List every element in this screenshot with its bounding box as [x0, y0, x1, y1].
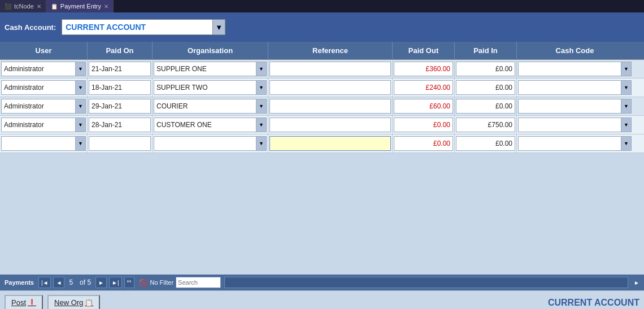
cell-reference-1[interactable] [268, 60, 393, 78]
cell-paid-out-new[interactable]: £0.00 [393, 134, 455, 153]
user-dropdown-1[interactable]: ▼ [75, 62, 85, 76]
cell-cash-code-3[interactable]: ▼ [517, 97, 633, 115]
paid-in-value-1: £0.00 [495, 65, 512, 73]
cell-paid-in-1[interactable]: £0.00 [455, 60, 517, 78]
header-organisation: Organisation [153, 42, 268, 59]
cell-reference-2[interactable] [268, 79, 393, 97]
cash-account-select[interactable]: CURRENT ACCOUNT ▼ [62, 19, 225, 35]
org-value-1: SUPPLIER ONE [154, 65, 256, 73]
paid-out-value-4: £0.00 [433, 121, 450, 129]
cell-user-4[interactable]: Administrator ▼ [0, 116, 88, 134]
user-dropdown-3[interactable]: ▼ [75, 99, 85, 113]
user-value-2: Administrator [2, 84, 75, 92]
cash-account-label: Cash Account: [5, 23, 56, 32]
user-dropdown-4[interactable]: ▼ [75, 118, 85, 132]
cash-account-bar: Cash Account: CURRENT ACCOUNT ▼ [0, 12, 644, 42]
cell-user-new[interactable]: ▼ [0, 134, 88, 153]
cell-reference-4[interactable] [268, 116, 393, 134]
cell-paid-on-1[interactable]: 21-Jan-21 [88, 60, 153, 78]
cell-paid-in-4[interactable]: £750.00 [455, 116, 517, 134]
cell-cash-code-2[interactable]: ▼ [517, 79, 633, 97]
cell-paid-in-3[interactable]: £0.00 [455, 97, 517, 115]
nav-extra-btn[interactable]: ** [124, 277, 134, 288]
table-row: Administrator ▼ 29-Jan-21 COURIER ▼ £60.… [0, 97, 644, 116]
cell-org-1[interactable]: SUPPLIER ONE ▼ [153, 60, 268, 78]
cell-org-4[interactable]: CUSTOMER ONE ▼ [153, 116, 268, 134]
tab-payment-entry[interactable]: 📋 Payment Entry ✕ [46, 0, 114, 12]
tcnode-icon: ⬛ [5, 3, 11, 10]
user-dropdown-new[interactable]: ▼ [75, 137, 85, 150]
new-org-label: New Org [54, 298, 83, 307]
cash-code-dropdown-4[interactable]: ▼ [621, 118, 631, 132]
nav-label: Payments [2, 279, 36, 286]
cell-reference-3[interactable] [268, 97, 393, 115]
cell-paid-out-1[interactable]: £360.00 [393, 60, 455, 78]
empty-area [0, 153, 644, 275]
cell-paid-on-new[interactable] [88, 134, 153, 153]
post-button[interactable]: Post ❗ [5, 295, 43, 309]
tab-payment-entry-label: Payment Entry [60, 3, 101, 10]
paid-out-value-1: £360.00 [426, 65, 450, 73]
cell-paid-in-2[interactable]: £0.00 [455, 79, 517, 97]
cash-code-dropdown-2[interactable]: ▼ [621, 81, 631, 94]
cell-cash-code-1[interactable]: ▼ [517, 60, 633, 78]
cell-paid-out-2[interactable]: £240.00 [393, 79, 455, 97]
payment-entry-close-icon[interactable]: ✕ [104, 3, 108, 10]
post-icon: ❗ [28, 299, 36, 307]
header-paid-out: Paid Out [393, 42, 455, 59]
cell-reference-new[interactable] [268, 134, 393, 153]
title-bar: ⬛ tcNode ✕ 📋 Payment Entry ✕ [0, 0, 644, 12]
status-bar: Payments |◄ ◄ 5 of 5 ► ►| ** 🚫 No Filter… [0, 275, 644, 290]
table-row-empty: ▼ ▼ £0.00 £0.00 [0, 134, 644, 153]
cell-paid-on-2[interactable]: 18-Jan-21 [88, 79, 153, 97]
cell-paid-on-4[interactable]: 28-Jan-21 [88, 116, 153, 134]
header-paid-on: Paid On [88, 42, 153, 59]
paid-out-value-new: £0.00 [433, 140, 450, 147]
user-value-1: Administrator [2, 65, 75, 73]
cash-code-dropdown-1[interactable]: ▼ [621, 62, 631, 76]
cash-account-dropdown-btn[interactable]: ▼ [212, 20, 225, 34]
filter-icon: 🚫 [139, 278, 148, 287]
cell-user-3[interactable]: Administrator ▼ [0, 97, 88, 115]
org-dropdown-3[interactable]: ▼ [256, 99, 266, 113]
search-input[interactable] [176, 277, 221, 288]
table-row: Administrator ▼ 28-Jan-21 CUSTOMER ONE ▼… [0, 116, 644, 134]
cell-org-2[interactable]: SUPPLIER TWO ▼ [153, 79, 268, 97]
post-label: Post [11, 298, 26, 307]
nav-first-btn[interactable]: |◄ [38, 277, 51, 288]
cell-paid-out-4[interactable]: £0.00 [393, 116, 455, 134]
org-dropdown-4[interactable]: ▼ [256, 118, 266, 132]
header-user: User [0, 42, 88, 59]
cell-cash-code-4[interactable]: ▼ [517, 116, 633, 134]
scroll-end-icon[interactable]: ► [632, 280, 642, 286]
cell-paid-on-3[interactable]: 29-Jan-21 [88, 97, 153, 115]
horizontal-scrollbar[interactable] [224, 277, 628, 288]
nav-last-btn[interactable]: ►| [109, 277, 122, 288]
cell-user-1[interactable]: Administrator ▼ [0, 60, 88, 78]
paid-on-value-1: 21-Jan-21 [89, 65, 150, 73]
page-of-total: of 5 [77, 278, 93, 286]
org-dropdown-2[interactable]: ▼ [256, 81, 266, 94]
tcnode-close-icon[interactable]: ✕ [37, 3, 41, 10]
user-dropdown-2[interactable]: ▼ [75, 81, 85, 94]
cash-code-dropdown-new[interactable]: ▼ [621, 137, 631, 150]
org-value-4: CUSTOMER ONE [154, 121, 256, 129]
org-dropdown-new[interactable]: ▼ [256, 137, 266, 150]
tab-tcnode[interactable]: ⬛ tcNode ✕ [0, 0, 46, 12]
cell-paid-in-new[interactable]: £0.00 [455, 134, 517, 153]
new-org-icon: 📋 [85, 299, 93, 307]
nav-prev-btn[interactable]: ◄ [53, 277, 64, 288]
tab-tcnode-label: tcNode [14, 3, 34, 10]
cash-code-dropdown-3[interactable]: ▼ [621, 99, 631, 113]
header-paid-in: Paid In [455, 42, 517, 59]
bottom-right-label: CURRENT ACCOUNT [548, 298, 639, 308]
cell-cash-code-new[interactable]: ▼ [517, 134, 633, 153]
cell-user-2[interactable]: Administrator ▼ [0, 79, 88, 97]
cell-paid-out-3[interactable]: £60.00 [393, 97, 455, 115]
cell-org-3[interactable]: COURIER ▼ [153, 97, 268, 115]
cell-org-new[interactable]: ▼ [153, 134, 268, 153]
new-org-button[interactable]: New Org 📋 [47, 295, 100, 309]
org-dropdown-1[interactable]: ▼ [256, 62, 266, 76]
nav-next-btn[interactable]: ► [95, 277, 107, 288]
grid-header: User Paid On Organisation Reference Paid… [0, 42, 644, 60]
